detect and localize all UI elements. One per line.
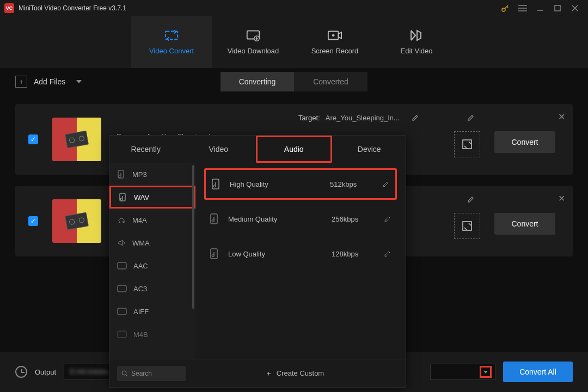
tab-edit-video[interactable]: Edit Video bbox=[376, 16, 457, 68]
svg-rect-11 bbox=[118, 262, 126, 269]
thumbnail bbox=[52, 199, 101, 243]
poptab-video[interactable]: Video bbox=[182, 136, 255, 163]
edit-icon[interactable] bbox=[384, 250, 391, 258]
add-files-button[interactable]: + Add Files bbox=[15, 76, 82, 88]
checkbox-checked[interactable]: ✓ bbox=[28, 216, 38, 226]
format-item-wma[interactable]: WMA bbox=[109, 231, 195, 254]
svg-rect-7 bbox=[463, 140, 471, 149]
audio-file-icon bbox=[117, 170, 126, 179]
chevron-down-icon[interactable] bbox=[76, 80, 82, 83]
tab-label: Video Convert bbox=[149, 47, 194, 55]
maximize-icon[interactable] bbox=[549, 0, 566, 16]
tab-video-download[interactable]: Video Download bbox=[212, 16, 294, 68]
audio-file-icon bbox=[211, 179, 221, 189]
format-item-ac3[interactable]: AC3 bbox=[109, 277, 195, 300]
format-popup: Recently Video Audio Device MP3 WAV M4A … bbox=[109, 135, 406, 388]
plus-icon: + bbox=[15, 76, 27, 88]
format-item-wav[interactable]: WAV bbox=[109, 186, 195, 209]
chevron-down-icon[interactable] bbox=[480, 366, 492, 378]
headphone-icon bbox=[117, 216, 126, 224]
format-item-mp3[interactable]: MP3 bbox=[109, 163, 195, 186]
convert-button[interactable]: Convert bbox=[494, 131, 555, 153]
svg-rect-1 bbox=[555, 5, 560, 11]
svg-rect-8 bbox=[463, 222, 471, 230]
svg-rect-13 bbox=[118, 308, 126, 315]
quality-item-medium[interactable]: Medium Quality 256kbps bbox=[204, 203, 397, 235]
audio-file-icon bbox=[119, 193, 127, 201]
format-item-aiff[interactable]: AIFF bbox=[109, 300, 195, 323]
key-icon[interactable] bbox=[497, 0, 514, 16]
tab-label: Screen Record bbox=[311, 47, 359, 55]
checkbox-checked[interactable]: ✓ bbox=[28, 134, 38, 144]
edit-icon[interactable] bbox=[382, 180, 390, 188]
svg-point-6 bbox=[332, 34, 335, 37]
search-input[interactable]: Search bbox=[117, 366, 186, 381]
popup-footer: Search ＋ Create Custom bbox=[109, 359, 406, 387]
format-item-m4b[interactable]: M4B bbox=[109, 323, 195, 346]
output-label: Output bbox=[35, 368, 56, 376]
format-item-m4a[interactable]: M4A bbox=[109, 209, 195, 231]
target-label: Target: bbox=[298, 114, 320, 122]
quality-list: High Quality 512kbps Medium Quality 256k… bbox=[195, 163, 406, 359]
create-custom-button[interactable]: ＋ Create Custom bbox=[191, 369, 398, 378]
menu-icon[interactable] bbox=[514, 0, 531, 16]
tab-video-convert[interactable]: Video Convert bbox=[131, 16, 212, 68]
download-icon bbox=[246, 29, 261, 41]
aiff-badge-icon bbox=[117, 308, 127, 315]
subtab-converting[interactable]: Converting bbox=[220, 72, 294, 91]
audio-file-icon bbox=[210, 213, 219, 224]
tab-screen-record[interactable]: Screen Record bbox=[294, 16, 376, 68]
poptab-recently[interactable]: Recently bbox=[109, 136, 182, 163]
audio-file-icon bbox=[210, 248, 219, 259]
add-files-label: Add Files bbox=[34, 77, 65, 86]
quality-item-low[interactable]: Low Quality 128kbps bbox=[204, 238, 397, 270]
edit-icon[interactable] bbox=[412, 114, 419, 122]
svg-point-18 bbox=[122, 371, 126, 375]
edit-icon bbox=[409, 29, 424, 41]
record-icon bbox=[327, 29, 342, 41]
speaker-icon bbox=[117, 238, 126, 247]
target-settings-button[interactable] bbox=[454, 213, 480, 239]
search-icon bbox=[121, 370, 128, 377]
scrollbar[interactable] bbox=[192, 165, 194, 357]
edit-target-icon[interactable] bbox=[467, 114, 475, 121]
quality-item-high[interactable]: High Quality 512kbps bbox=[204, 168, 397, 200]
svg-rect-12 bbox=[118, 285, 126, 292]
clock-icon[interactable] bbox=[15, 366, 27, 378]
edit-target-icon[interactable] bbox=[467, 195, 475, 203]
subtab-converted[interactable]: Converted bbox=[294, 72, 367, 91]
format-item-aac[interactable]: AAC bbox=[109, 254, 195, 277]
target-format-dropdown[interactable] bbox=[430, 364, 495, 380]
ac3-badge-icon bbox=[117, 285, 127, 292]
subtabs: Converting Converted bbox=[220, 72, 367, 91]
convert-icon bbox=[164, 29, 179, 41]
toolbar: + Add Files Converting Converted bbox=[0, 68, 588, 95]
app-logo: VC bbox=[4, 3, 14, 13]
plus-icon: ＋ bbox=[265, 369, 272, 378]
close-icon[interactable]: ✕ bbox=[558, 193, 565, 204]
target-settings-button[interactable] bbox=[454, 131, 480, 157]
badge-icon bbox=[117, 330, 127, 338]
tab-label: Edit Video bbox=[400, 47, 432, 55]
tab-label: Video Download bbox=[228, 47, 279, 55]
popup-tabs: Recently Video Audio Device bbox=[109, 136, 406, 163]
edit-icon[interactable] bbox=[384, 215, 391, 223]
app-title: MiniTool Video Converter Free v3.7.1 bbox=[19, 4, 497, 12]
close-icon[interactable] bbox=[566, 0, 584, 16]
close-icon[interactable]: ✕ bbox=[558, 112, 565, 122]
mode-bar: Video Convert Video Download Screen Reco… bbox=[0, 16, 588, 68]
title-bar: VC MiniTool Video Converter Free v3.7.1 bbox=[0, 0, 588, 16]
poptab-audio[interactable]: Audio bbox=[256, 136, 332, 163]
target-value: Are_You_Sleeping_In... bbox=[326, 114, 400, 122]
poptab-device[interactable]: Device bbox=[333, 136, 406, 163]
convert-button[interactable]: Convert bbox=[494, 213, 555, 235]
aac-badge-icon bbox=[117, 262, 127, 270]
format-list[interactable]: MP3 WAV M4A WMA AAC AC3 bbox=[109, 163, 195, 359]
convert-all-button[interactable]: Convert All bbox=[503, 362, 573, 382]
svg-rect-14 bbox=[118, 331, 126, 338]
minimize-icon[interactable] bbox=[531, 0, 549, 16]
thumbnail bbox=[52, 118, 101, 161]
